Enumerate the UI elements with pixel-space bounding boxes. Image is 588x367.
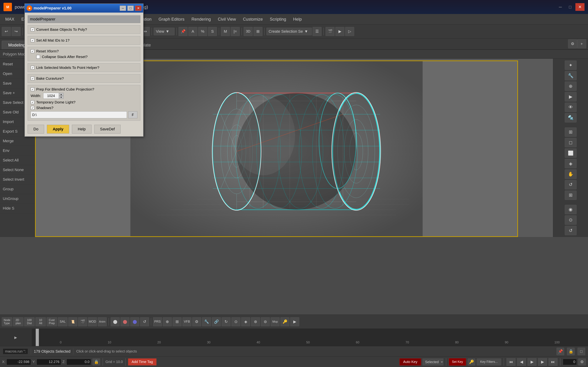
mp-path-input[interactable]: [31, 111, 127, 118]
selected-dropdown[interactable]: Selected: [423, 359, 443, 366]
redo-button[interactable]: ↪: [12, 27, 21, 36]
mp-restore-btn[interactable]: □: [127, 6, 134, 11]
minimize-button[interactable]: ─: [556, 3, 565, 11]
z-input[interactable]: [67, 359, 91, 365]
sphere-3[interactable]: ⬤: [130, 317, 139, 326]
sidebar-env[interactable]: Env: [0, 146, 35, 156]
undo-button[interactable]: ↩: [2, 27, 11, 36]
next-frame-btn[interactable]: ▶: [538, 358, 547, 366]
script-btn[interactable]: 📜: [68, 317, 77, 326]
menu-rendering[interactable]: Rendering: [188, 15, 214, 23]
schematic-view[interactable]: ⊞: [253, 27, 262, 36]
extra-5[interactable]: ⊙: [231, 317, 241, 326]
snap-toggle[interactable]: 📌: [179, 27, 188, 36]
restore-button[interactable]: □: [566, 3, 575, 11]
rotation-btn[interactable]: ↺: [140, 317, 149, 326]
render-active[interactable]: ▷: [345, 27, 354, 36]
modify-panel-btn[interactable]: 🔧: [565, 71, 577, 80]
100-dist-btn[interactable]: 100Dist: [24, 317, 35, 326]
extra-2[interactable]: 🔧: [202, 317, 211, 326]
mp-convert-checkbox[interactable]: [31, 28, 35, 32]
mp-collapse-checkbox[interactable]: [36, 55, 40, 59]
extra-9[interactable]: 🔑: [280, 317, 289, 326]
mp-apply-button[interactable]: Apply: [47, 125, 69, 133]
extra-1[interactable]: ⚙: [192, 317, 201, 326]
sidebar-ungroup[interactable]: UnGroup: [0, 194, 35, 204]
turntable-btn[interactable]: ↺: [565, 226, 577, 235]
extra-7[interactable]: ⊛: [251, 317, 260, 326]
mp-link-checkbox[interactable]: [31, 66, 35, 70]
cust-prep-btn[interactable]: CustPrep: [47, 317, 57, 326]
anim-btn[interactable]: Anim: [98, 317, 107, 326]
mp-help-button[interactable]: Help: [72, 125, 91, 133]
vfb-btn[interactable]: VFB: [182, 317, 191, 326]
menu-graph-editors[interactable]: Graph Editors: [155, 15, 188, 23]
hierarchy-panel-btn[interactable]: ⊕: [565, 82, 577, 91]
lock-status-btn[interactable]: 🔒: [567, 348, 575, 355]
group-btn[interactable]: ⊕: [163, 317, 172, 326]
scatter-btn[interactable]: ⊞: [173, 317, 182, 326]
extra-10[interactable]: ▶: [290, 317, 299, 326]
extra-6[interactable]: ◈: [241, 317, 250, 326]
align-button[interactable]: |=: [231, 27, 240, 36]
mod-btn[interactable]: MOD: [88, 317, 97, 326]
motion-panel-btn[interactable]: ▶: [565, 92, 577, 101]
extra-8[interactable]: ⊜: [261, 317, 270, 326]
render-btn-2[interactable]: 🎬: [78, 317, 87, 326]
play-btn[interactable]: ▶: [527, 358, 536, 366]
tab-add-button[interactable]: +: [577, 39, 586, 48]
mp-matid-checkbox[interactable]: [31, 38, 35, 42]
key-icon-btn[interactable]: 🔑: [467, 359, 475, 366]
named-select-btn[interactable]: ☰: [312, 27, 322, 36]
create-selection-dropdown[interactable]: Create Selection Se ▼: [266, 28, 312, 35]
add-time-tag-btn[interactable]: Add Time Tag: [128, 359, 156, 366]
angle-snap[interactable]: A: [188, 27, 197, 36]
sphere-2[interactable]: ⬤: [121, 317, 130, 326]
mp-path-browse-btn[interactable]: F: [128, 111, 137, 118]
go-to-end-btn[interactable]: ⏭: [548, 358, 558, 366]
zoom-all-btn[interactable]: ◻: [565, 138, 577, 147]
extra-4[interactable]: ↻: [222, 317, 231, 326]
timeline-ruler[interactable]: 0 10 20 30 40 50 60 70 80 90 100: [32, 329, 588, 346]
extra-3[interactable]: 🔗: [212, 317, 221, 326]
utilities-panel-btn[interactable]: 🔩: [565, 113, 577, 123]
field-of-view-btn[interactable]: ◈: [565, 159, 577, 168]
mp-width-spinner[interactable]: ▲ ▼: [43, 93, 63, 99]
spinner-snap[interactable]: S: [208, 27, 217, 36]
render-frame[interactable]: ▶: [335, 27, 344, 36]
sidebar-select-all[interactable]: Select All: [0, 156, 35, 165]
sidebar-merge[interactable]: Merge: [0, 136, 35, 146]
mirror-button[interactable]: M: [221, 27, 230, 36]
mp-spinner-down[interactable]: ▼: [59, 96, 63, 99]
close-button[interactable]: ✕: [575, 3, 585, 11]
mp-blended-checkbox[interactable]: [31, 87, 35, 91]
view-dropdown[interactable]: View ▼: [154, 28, 175, 35]
mp-width-input[interactable]: [43, 93, 59, 99]
x-input[interactable]: [7, 359, 31, 365]
menu-civil-view[interactable]: Civil View: [214, 15, 240, 23]
menu-scripting[interactable]: Scripting: [266, 15, 290, 23]
mop-btn[interactable]: Mop: [270, 317, 280, 326]
orbit-btn[interactable]: ⊙: [565, 215, 577, 225]
menu-customize[interactable]: Customize: [239, 15, 266, 23]
go-to-start-btn[interactable]: ⏮: [506, 358, 516, 366]
mp-shadows-checkbox[interactable]: [31, 106, 35, 110]
mp-bake-checkbox[interactable]: [31, 76, 35, 80]
mp-do-button[interactable]: Do: [28, 125, 44, 133]
mp-spinner-up[interactable]: ▲: [59, 93, 63, 96]
mp-minimize-btn[interactable]: ─: [120, 6, 126, 11]
key-filters-btn[interactable]: Key Filters...: [477, 359, 501, 366]
percent-snap[interactable]: %: [198, 27, 207, 36]
2d-plan-btn[interactable]: 2Dplan: [13, 317, 24, 326]
y-input[interactable]: [37, 359, 61, 365]
sidebar-group[interactable]: Group: [0, 184, 35, 194]
menu-max[interactable]: MAX: [2, 15, 18, 23]
snap-status-btn[interactable]: 📌: [556, 348, 564, 355]
frame-options-btn[interactable]: ⚙: [578, 359, 586, 366]
zoom-extents-btn[interactable]: ⊞: [565, 127, 577, 137]
mp-close-btn[interactable]: ✕: [135, 6, 141, 11]
menu-help[interactable]: Help: [290, 15, 305, 23]
mp-dome-checkbox[interactable]: [31, 100, 35, 104]
sidebar-select-invert[interactable]: Select Invert: [0, 175, 35, 184]
sphere-1[interactable]: ⬤: [111, 317, 120, 326]
